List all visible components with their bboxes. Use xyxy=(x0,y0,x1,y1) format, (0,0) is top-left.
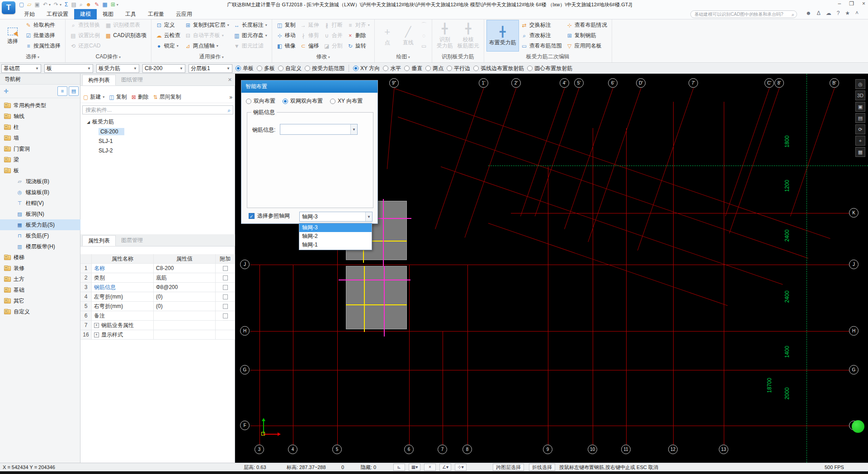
radio-自定义[interactable]: 自定义 xyxy=(278,65,302,72)
ortho-icon[interactable]: ∠▾ xyxy=(439,464,451,471)
tab-属性列表[interactable]: 属性列表 xyxy=(82,235,116,246)
cross-icon[interactable]: × xyxy=(424,464,436,471)
tab-视图[interactable]: 视图 xyxy=(97,9,119,19)
button-修剪[interactable]: ∤修剪 xyxy=(298,30,321,41)
nav-item-柱[interactable]: +柱 xyxy=(0,122,80,133)
rotate-view-icon[interactable]: ⟳ xyxy=(855,124,865,134)
nav-item-常用构件类型[interactable]: +常用构件类型 xyxy=(0,100,80,111)
button-两点辅轴[interactable]: ⊿两点辅轴▾ xyxy=(183,41,231,51)
button-合并[interactable]: ∪合并 xyxy=(321,30,345,41)
button-复制到其它层[interactable]: ⊞复制到其它层▾ xyxy=(183,20,231,30)
group-label-绘图[interactable]: 绘图 ▾ xyxy=(375,52,432,62)
chevron-down-icon[interactable]: ▼ xyxy=(350,124,357,134)
category-select[interactable]: 板▼ xyxy=(44,64,93,73)
restore-button[interactable]: ❐ xyxy=(849,0,854,7)
button-旋转[interactable]: ↻旋转 xyxy=(345,41,372,51)
close-icon[interactable]: ✕ xyxy=(228,77,232,83)
expand-icon[interactable]: + xyxy=(94,323,99,328)
dropdown-item-轴网-1[interactable]: 轴网-1 xyxy=(299,241,372,249)
open-file-icon[interactable]: ▱ xyxy=(27,1,31,8)
property-row-类别[interactable]: 2类别底筋 xyxy=(80,273,235,283)
dialog-title[interactable]: 智能布置 xyxy=(241,81,377,93)
green-indicator[interactable] xyxy=(852,420,864,433)
grid-view-icon[interactable]: ▦ xyxy=(855,147,865,157)
group-label-CAD操作[interactable]: CAD操作 ▾ xyxy=(66,52,151,62)
add-icon[interactable]: ⊞ xyxy=(111,1,115,8)
attach-checkbox[interactable] xyxy=(223,275,228,280)
button-删除[interactable]: ⊠删除 xyxy=(132,93,149,101)
button-锁定[interactable]: ●锁定▾ xyxy=(154,41,183,51)
component-search-input[interactable]: 搜索构件... ⌕ xyxy=(82,105,233,114)
radio-两点[interactable]: 两点 xyxy=(425,65,443,72)
button-镜像[interactable]: ◧镜像 xyxy=(274,41,298,51)
button-长度标注[interactable]: ↔长度标注▾ xyxy=(231,20,269,30)
button-复制[interactable]: ◫复制 xyxy=(274,20,298,30)
attach-checkbox[interactable] xyxy=(223,313,228,318)
undo-icon[interactable]: ↶ xyxy=(43,1,47,8)
button-图元过滤[interactable]: ▼图元过滤 xyxy=(231,41,269,51)
attach-checkbox[interactable] xyxy=(223,285,228,290)
nav-item-现浇板(B)[interactable]: ▱现浇板(B) xyxy=(0,176,80,187)
group-label-通用操作[interactable]: 通用操作 ▾ xyxy=(151,52,272,62)
redo-icon[interactable]: ↷ xyxy=(54,1,58,8)
button-布置受力筋[interactable]: ╋布置受力筋 xyxy=(486,20,519,52)
people-icon[interactable]: ☻ xyxy=(86,1,92,8)
button-直线[interactable]: ╱直线 xyxy=(398,20,419,52)
snap-angle-icon[interactable]: ⊾ xyxy=(393,464,405,471)
collapse-ribbon-icon[interactable]: ˄ xyxy=(855,10,859,16)
button-复制[interactable]: ◫复制 xyxy=(109,93,127,101)
property-row-钢筋信息[interactable]: 3钢筋信息Φ8@200 xyxy=(80,283,235,292)
button-交换标注[interactable]: ⇄交换标注 xyxy=(519,20,564,30)
property-row-左弯折(mm)[interactable]: 4左弯折(mm)(0) xyxy=(80,292,235,302)
tab-工程设置[interactable]: 工程设置 xyxy=(41,9,74,19)
tab-工具[interactable]: 工具 xyxy=(119,9,142,19)
user-icon[interactable]: ☻ xyxy=(806,10,811,16)
layer-select[interactable]: 分层板1▼ xyxy=(189,64,232,73)
close-button[interactable]: × xyxy=(862,0,865,7)
button-延伸[interactable]: →延伸 xyxy=(298,20,321,30)
button-shape[interactable]: ▭ xyxy=(419,41,429,51)
slab-element[interactable] xyxy=(346,266,407,329)
group-label-板受力筋二次编辑[interactable]: 板受力筋二次编辑 xyxy=(484,52,612,62)
component-item-C8-200[interactable]: C8-200 xyxy=(80,127,235,136)
detail-view-button[interactable]: ▤ xyxy=(69,86,79,96)
button-打断[interactable]: ∦打断 xyxy=(321,20,345,30)
expand-all-icon[interactable]: ✛ xyxy=(4,88,9,95)
tracking-icon[interactable]: ⊹▾ xyxy=(455,464,467,471)
nav-item-螺旋板(B)[interactable]: ◎螺旋板(B) xyxy=(0,187,80,198)
app-logo[interactable]: T xyxy=(2,1,15,14)
grid-snap-icon[interactable]: ▦▾ xyxy=(409,464,420,471)
button-分割[interactable]: ◪分割 xyxy=(321,41,345,51)
nav-item-楼层板带(H)[interactable]: ▥楼层板带(H) xyxy=(0,241,80,252)
button-按属性选择[interactable]: ≡按属性选择 xyxy=(23,41,63,51)
nav-item-楼梯[interactable]: +楼梯 xyxy=(0,252,80,263)
tab-构件列表[interactable]: 构件列表 xyxy=(82,75,116,85)
group-label-识别板受力筋[interactable]: 识别板受力筋 xyxy=(432,52,484,62)
attach-checkbox[interactable] xyxy=(223,266,228,271)
tab-云应用[interactable]: 云应用 xyxy=(170,9,198,19)
button-偏移[interactable]: ⊂偏移 xyxy=(298,41,321,51)
button-shape[interactable]: ⌒ xyxy=(419,20,429,30)
star-icon[interactable]: ★ xyxy=(845,10,850,16)
add-icon-dropdown[interactable]: ▾ xyxy=(117,3,118,7)
nav-item-轴线[interactable]: +轴线 xyxy=(0,111,80,122)
nav-item-梁[interactable]: +梁 xyxy=(0,154,80,165)
component-group-row[interactable]: ◢板受力筋 xyxy=(80,117,235,127)
undo-icon-dropdown[interactable]: ▾ xyxy=(49,3,51,7)
button-查看布筋情况[interactable]: ⊹查看布筋情况 xyxy=(564,20,609,30)
orbit-icon[interactable]: ◎ xyxy=(855,79,865,89)
radio-多板[interactable]: 多板 xyxy=(257,65,275,72)
nav-item-板受力筋(S)[interactable]: ▦板受力筋(S) xyxy=(0,219,80,230)
dialog-radio-双向布置[interactable]: 双向布置 xyxy=(246,97,275,105)
pan-icon[interactable]: + xyxy=(855,136,865,146)
cloud-icon[interactable]: ☁ xyxy=(826,10,831,16)
property-row-名称[interactable]: 1名称C8-200 xyxy=(80,264,235,273)
button-识别楼层表[interactable]: ▦识别楼层表 xyxy=(103,20,148,30)
redo-icon-dropdown[interactable]: ▾ xyxy=(60,3,61,7)
property-row-右弯折(mm)[interactable]: 5右弯折(mm)(0) xyxy=(80,302,235,311)
floor-select[interactable]: 基础层▼ xyxy=(1,64,41,73)
rebar-info-combobox[interactable]: ▼ xyxy=(280,124,358,135)
sum-icon[interactable]: Σ xyxy=(65,1,68,8)
property-row-显示样式[interactable]: 16+显示样式 xyxy=(80,330,235,340)
view-3d-icon[interactable]: 3D xyxy=(855,90,865,100)
